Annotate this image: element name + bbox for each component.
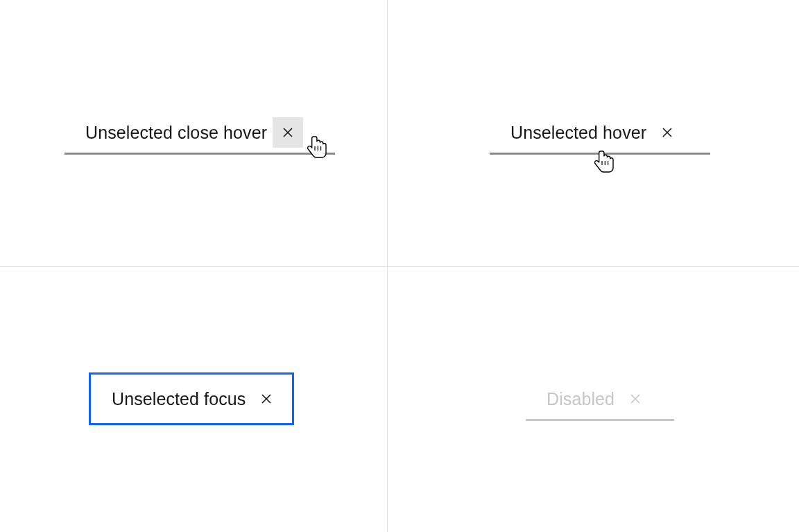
- tab-label: Unselected close hover: [85, 124, 267, 141]
- tab-label: Unselected hover: [510, 124, 646, 141]
- tab-label: Disabled: [547, 391, 615, 408]
- tab-label: Unselected focus: [112, 391, 246, 408]
- close-button[interactable]: [273, 117, 303, 148]
- tab-unselected-close-hover[interactable]: Unselected close hover: [65, 112, 335, 155]
- close-icon: [661, 126, 673, 139]
- tab-underline: [526, 419, 674, 421]
- close-icon: [629, 393, 642, 405]
- close-icon: [282, 126, 294, 139]
- tab-underline: [65, 153, 335, 155]
- tab-unselected-focus[interactable]: Unselected focus: [91, 375, 292, 423]
- close-button[interactable]: [251, 384, 282, 414]
- close-icon: [260, 393, 273, 405]
- horizontal-divider: [0, 266, 799, 267]
- close-button: [620, 384, 651, 414]
- close-button[interactable]: [652, 117, 682, 148]
- tab-underline: [490, 153, 710, 155]
- tab-disabled: Disabled: [526, 379, 674, 421]
- tab-unselected-hover[interactable]: Unselected hover: [490, 112, 710, 155]
